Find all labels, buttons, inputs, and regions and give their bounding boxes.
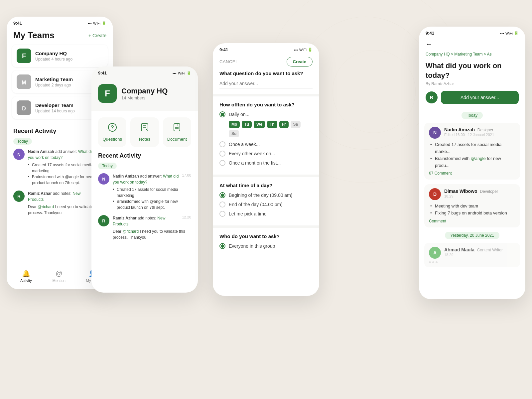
at-icon: @ — [56, 270, 62, 277]
freq-label-biweekly: Every other week on... — [229, 151, 275, 156]
card-meta-ahmad: Ahmad Maula Content Writer 18.29 — [444, 247, 515, 257]
user-avatar: R — [426, 91, 438, 103]
document-icon — [172, 123, 182, 134]
team-avatar-company-hq: F — [17, 49, 31, 63]
team-avatar-marketing: M — [17, 74, 31, 89]
freq-option-monthly[interactable]: Once a mont on the fist... — [219, 160, 313, 166]
today-badge: Today — [13, 138, 32, 145]
question-title: What did you work on today? — [419, 58, 525, 81]
card-name-ahmad: Ahmad Maula — [444, 247, 474, 252]
nav-activity[interactable]: 🔔 Activity — [20, 269, 32, 283]
day-fr[interactable]: Fr — [279, 121, 289, 128]
team-info-company-hq: Company HQ Updated 4 hours ago — [35, 51, 72, 62]
time-label-evening: End of the day (04.00 pm) — [229, 202, 283, 207]
who-option-everyone[interactable]: Everyone in this group — [219, 243, 313, 249]
radio-everyone — [219, 243, 225, 249]
signal-icon: ▪▪▪ — [88, 21, 92, 25]
day-pills: Mo Tu We Th Fr Sa Su — [229, 121, 313, 137]
activity-item-nadin-2: N Nadin Amizah add answer: What did you … — [98, 173, 191, 210]
time-label: At what time of a day? — [219, 183, 313, 188]
divider-2 — [213, 175, 319, 177]
time-option-morning[interactable]: Begining of the day (09.00 am) — [219, 192, 313, 198]
status-icons-3: ▪▪▪ WiFi 🔋 — [294, 48, 313, 52]
who-label: Who do you want to ask? — [219, 233, 313, 239]
card-meta-nadin: Nadin Amizah Designer Edited 16.00 · 12 … — [444, 127, 515, 137]
activity-body-ramiz-2: Dear @richard I need you to validate thi… — [113, 228, 191, 240]
time-option-evening[interactable]: End of the day (04.00 pm) — [219, 201, 313, 207]
card-header-nadin: N Nadin Amizah Designer Edited 16.00 · 1… — [429, 127, 515, 139]
create-button[interactable]: + Create — [88, 33, 106, 38]
svg-text:?: ? — [111, 125, 114, 130]
card-name-nadin: Nadin Amizah — [444, 127, 475, 132]
create-button-pill[interactable]: Create — [287, 57, 313, 66]
status-bar-4: 9:41 ▪▪▪ WiFi 🔋 — [419, 27, 525, 38]
card-header-dimas: D Dimas Wibowo Developer 18.29 — [429, 188, 515, 200]
company-logo: F — [98, 84, 117, 103]
status-icons-2: ▪▪▪ WiFi 🔋 — [173, 71, 191, 75]
card-time-dimas: 18.29 — [444, 194, 515, 198]
team-info-developer: Developer Team Updated 14 hours ago — [35, 102, 75, 113]
card-bullets-dimas: Meeting with dev team Fixing 7 bugs on a… — [430, 203, 515, 217]
card-bullet: Created 17 assets for social media marke… — [430, 141, 515, 155]
comment-link-nadin[interactable]: 67 Comment — [429, 171, 515, 176]
cancel-button[interactable]: CANCEL — [219, 59, 238, 64]
radio-weekly — [219, 141, 225, 147]
company-header: F Company HQ 14 Members — [91, 77, 198, 111]
activity-bullets-nadin-2: Created 17 assets for social media marke… — [113, 187, 191, 210]
team-info-marketing: Marketing Team Updated 2 days ago — [35, 76, 73, 87]
wifi-icon-2: WiFi — [178, 71, 185, 75]
frequency-label: How offten do you want to ask? — [219, 102, 313, 107]
svg-text:D: D — [22, 106, 26, 111]
day-sa[interactable]: Sa — [291, 121, 301, 128]
action-document[interactable]: Document — [163, 117, 191, 147]
loading-dots — [429, 261, 515, 263]
freq-option-weekly[interactable]: Once a week... — [219, 141, 313, 147]
by-line: By Ramiz Azhar — [419, 81, 525, 91]
day-mo[interactable]: Mo — [229, 121, 240, 128]
day-su[interactable]: Su — [229, 130, 239, 137]
freq-option-biweekly[interactable]: Every other week on... — [219, 151, 313, 157]
activity-time-nadin-2: 17.00 — [182, 173, 191, 177]
day-we[interactable]: We — [254, 121, 265, 128]
team-name: Company HQ — [35, 51, 72, 56]
freq-option-daily[interactable]: Daily on... — [219, 111, 313, 117]
card-role-ahmad: Content Writer — [476, 248, 502, 252]
activity-text-nadin-2: Nadin Amizah add answer: What did you wo… — [113, 173, 182, 185]
status-time-3: 9:41 — [219, 47, 228, 52]
team-item-company-hq[interactable]: F Company HQ Updated 4 hours ago — [12, 45, 108, 67]
action-notes[interactable]: Notes — [130, 117, 159, 147]
today-badge-4: Today — [419, 112, 525, 118]
radio-biweekly — [219, 151, 225, 157]
frequency-section: How offten do you want to ask? Daily on.… — [213, 96, 319, 175]
questions-icon: ? — [108, 123, 117, 134]
question-input[interactable] — [219, 79, 313, 88]
card-avatar-nadin: N — [429, 127, 441, 139]
back-bar[interactable]: ← — [419, 38, 525, 51]
add-answer-button[interactable]: Add your answer... — [441, 91, 519, 104]
card-name-dimas: Dimas Wibowo — [444, 189, 477, 194]
nav-mention[interactable]: @ Mention — [53, 270, 66, 283]
time-option-custom[interactable]: Let me pick a time — [219, 211, 313, 217]
recent-activity-section-2: Recent Activity Today N Nadin Amizah add… — [91, 147, 198, 250]
status-bar-2: 9:41 ▪▪▪ WiFi 🔋 — [91, 66, 198, 77]
signal-icon-2: ▪▪▪ — [173, 71, 177, 75]
radio-monthly — [219, 160, 225, 166]
action-questions[interactable]: ? Questions — [98, 117, 126, 147]
day-th[interactable]: Th — [267, 121, 277, 128]
team-updated: Updated 2 days ago — [35, 83, 73, 87]
radio-evening — [219, 201, 225, 207]
notes-icon — [140, 123, 149, 134]
activity-avatar-nadin-2: N — [98, 173, 109, 185]
day-tu[interactable]: Tu — [242, 121, 252, 128]
battery-icon-3: 🔋 — [308, 48, 313, 52]
signal-icon-4: ▪▪▪ — [500, 31, 504, 35]
team-updated: Updated 14 hours ago — [35, 109, 75, 113]
breadcrumb: Company HQ > Marketing Team > As — [419, 51, 525, 58]
team-updated: Updated 4 hours ago — [35, 57, 72, 62]
time-section: At what time of a day? Begining of the d… — [213, 183, 319, 225]
card-time-ahmad: 18.29 — [444, 253, 515, 257]
comment-link-dimas[interactable]: Comment — [429, 219, 515, 223]
company-members: 14 Members — [121, 95, 168, 100]
notes-label: Notes — [139, 137, 150, 142]
activity-content-nadin-2: Nadin Amizah add answer: What did you wo… — [113, 173, 191, 210]
